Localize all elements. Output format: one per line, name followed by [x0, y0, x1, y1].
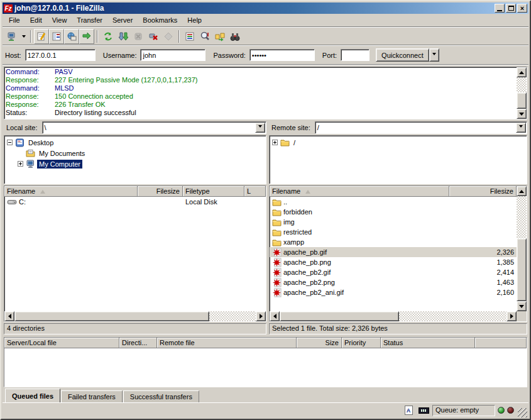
column-header-status[interactable]: Status: [381, 338, 475, 348]
column-header-size[interactable]: Size: [297, 338, 342, 348]
list-item[interactable]: apache_pb2.gif2,414: [270, 267, 517, 277]
toggle-queue-button[interactable]: [79, 29, 94, 44]
list-item[interactable]: forbidden: [270, 207, 517, 217]
list-item[interactable]: apache_pb2.png1,463: [270, 277, 517, 287]
folder-icon: [280, 138, 290, 146]
column-header-directi-[interactable]: Directi...: [119, 338, 157, 348]
site-manager-button[interactable]: [4, 29, 19, 44]
filename-text: C:: [19, 198, 26, 206]
image-icon: [272, 248, 282, 257]
tab-queued-files[interactable]: Queued files: [5, 389, 60, 402]
list-item[interactable]: restricted: [270, 227, 517, 237]
column-header-filesize[interactable]: Filesize: [138, 186, 183, 197]
menu-item-view[interactable]: View: [47, 14, 72, 26]
username-input[interactable]: [140, 49, 205, 61]
expand-icon[interactable]: [18, 161, 23, 167]
scrollbar-thumb[interactable]: [517, 92, 527, 109]
password-input[interactable]: [249, 49, 315, 61]
column-header-l[interactable]: L: [244, 186, 266, 197]
log-scrollbar[interactable]: [517, 67, 527, 119]
quickconnect-button[interactable]: Quickconnect: [376, 48, 429, 62]
menu-item-edit[interactable]: Edit: [25, 14, 47, 26]
process-queue-icon: [118, 31, 128, 41]
list-item[interactable]: apache_pb2_ani.gif2,160: [270, 287, 517, 297]
menu-item-bookmarks[interactable]: Bookmarks: [138, 14, 182, 26]
column-header-remote-file[interactable]: Remote file: [157, 338, 297, 348]
cancel-operation-button[interactable]: [131, 29, 146, 44]
scroll-down-button[interactable]: [517, 301, 527, 311]
column-header-filetype[interactable]: Filetype: [183, 186, 244, 197]
menu-item-server[interactable]: Server: [107, 14, 138, 26]
tab-successful-transfers[interactable]: Successful transfers: [123, 390, 199, 402]
scroll-left-button[interactable]: [270, 311, 280, 321]
scroll-right-button[interactable]: [256, 311, 266, 321]
expand-icon[interactable]: [272, 140, 278, 145]
disconnect-button[interactable]: [146, 29, 161, 44]
combo-dropdown-button[interactable]: [516, 123, 526, 133]
list-item[interactable]: img: [270, 217, 517, 227]
local-hscrollbar[interactable]: [4, 311, 266, 321]
scroll-left-button[interactable]: [4, 311, 14, 321]
maximize-button[interactable]: [506, 4, 516, 13]
tree-item-my-computer[interactable]: My Computer: [4, 158, 266, 169]
list-item[interactable]: apache_pb.gif2,326: [270, 247, 517, 257]
tree-item-my-documents[interactable]: My Documents: [4, 148, 266, 158]
filename-text: apache_pb2.png: [283, 279, 335, 286]
abort-button[interactable]: [161, 29, 176, 44]
menu-item-transfer[interactable]: Transfer: [72, 14, 107, 26]
list-item[interactable]: ..: [270, 197, 517, 207]
toolbar: [3, 28, 528, 45]
tab-failed-transfers[interactable]: Failed transfers: [61, 390, 123, 402]
combo-dropdown-button[interactable]: [255, 123, 265, 133]
host-input[interactable]: [25, 49, 96, 61]
toggle-remote-tree-button[interactable]: [64, 29, 79, 44]
column-header-server-local-file[interactable]: Server/Local file: [4, 338, 119, 348]
remote-vscrollbar[interactable]: [517, 186, 527, 311]
column-header-filename[interactable]: Filename: [4, 186, 138, 197]
menu-item-file[interactable]: File: [4, 14, 25, 26]
resize-grip[interactable]: [518, 408, 527, 417]
close-button[interactable]: ×: [517, 4, 527, 13]
tree-item-desktop[interactable]: Desktop: [4, 137, 266, 148]
tree-item--[interactable]: /: [270, 137, 527, 148]
toggle-log-button[interactable]: [34, 29, 49, 44]
scrollbar-thumb[interactable]: [280, 311, 399, 321]
synchronized-browsing-button[interactable]: [212, 29, 227, 44]
scroll-right-button[interactable]: [506, 311, 517, 321]
column-header-filesize[interactable]: Filesize: [449, 186, 517, 197]
site-manager-dropdown[interactable]: [19, 29, 28, 44]
remote-site-combo[interactable]: /: [315, 121, 527, 134]
column-header-filename[interactable]: Filename: [270, 186, 449, 197]
scroll-up-button[interactable]: [517, 186, 527, 196]
menu-item-help[interactable]: Help: [182, 14, 207, 26]
find-files-button[interactable]: [227, 29, 243, 44]
scrollbar-corner: [517, 311, 527, 321]
minimize-button[interactable]: [495, 4, 505, 13]
column-header-label: Filename: [272, 187, 300, 195]
speed-limit-indicator[interactable]: [417, 405, 430, 416]
transfer-type-indicator[interactable]: A: [402, 405, 415, 416]
collapse-icon[interactable]: [7, 140, 13, 145]
filename-text: apache_pb.gif: [283, 248, 327, 256]
directory-comparison-button[interactable]: [197, 29, 212, 44]
log-line-label: Response:: [6, 76, 55, 84]
toggle-local-tree-button[interactable]: [49, 29, 64, 44]
scroll-up-button[interactable]: [517, 67, 527, 77]
port-input[interactable]: [341, 49, 370, 61]
process-queue-button[interactable]: [116, 29, 131, 44]
column-header-priority[interactable]: Priority: [342, 338, 381, 348]
filter-button[interactable]: [182, 29, 197, 44]
list-item[interactable]: xampp: [270, 237, 517, 247]
local-site-combo[interactable]: \: [42, 121, 266, 134]
local-directory-tree: DesktopMy DocumentsMy Computer: [4, 135, 266, 184]
column-header-blank[interactable]: [475, 338, 527, 348]
list-item[interactable]: apache_pb.png1,385: [270, 257, 517, 267]
refresh-button[interactable]: [101, 29, 116, 44]
quickconnect-dropdown[interactable]: [429, 48, 439, 62]
scroll-down-button[interactable]: [517, 109, 527, 119]
disconnect-icon: [148, 31, 158, 41]
list-item[interactable]: C:Local Disk: [4, 197, 266, 207]
scrollbar-thumb[interactable]: [14, 311, 209, 321]
scrollbar-thumb[interactable]: [517, 238, 527, 301]
remote-hscrollbar[interactable]: [270, 311, 517, 321]
